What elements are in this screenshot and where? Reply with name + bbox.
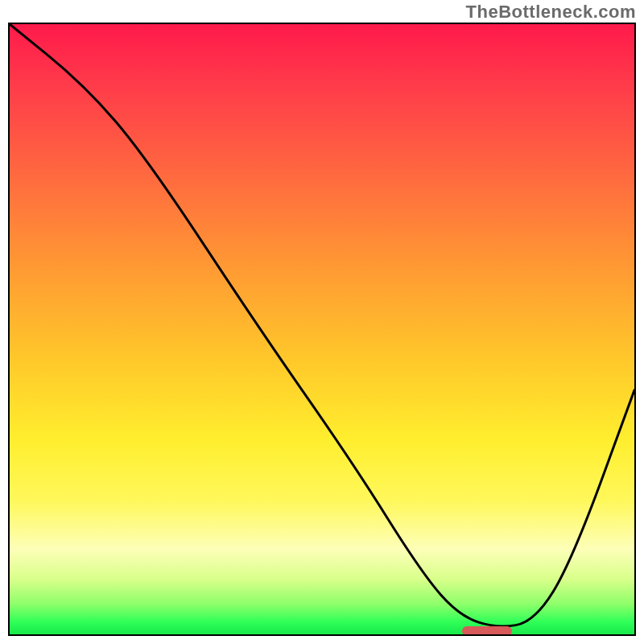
watermark-label: TheBottleneck.com xyxy=(466,2,636,23)
optimal-range-marker xyxy=(462,626,512,636)
chart-container: TheBottleneck.com xyxy=(0,0,644,644)
plot-area xyxy=(8,23,636,636)
bottleneck-curve xyxy=(10,24,634,634)
